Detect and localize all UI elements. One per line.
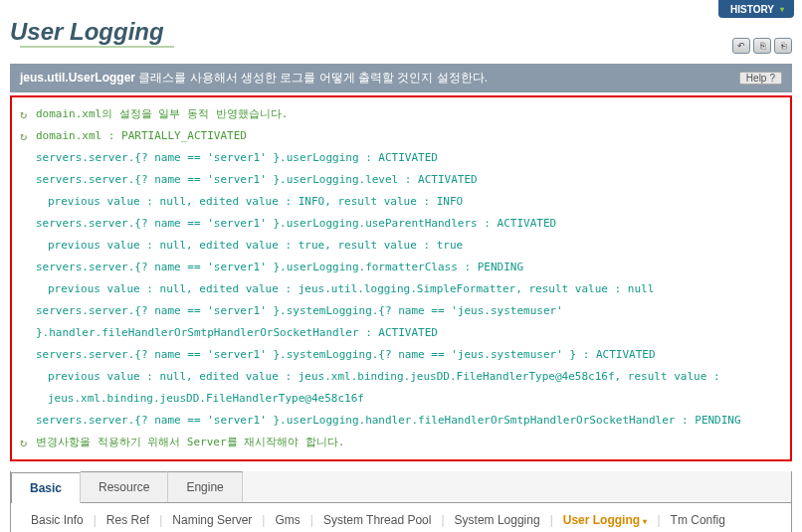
- log-line: previous value : null, edited value : je…: [48, 278, 782, 300]
- separator: |: [94, 513, 97, 527]
- page-title: User Logging: [10, 18, 174, 46]
- history-button[interactable]: HISTORY ▾: [718, 0, 794, 18]
- log-output: ↻domain.xml의 설정을 일부 동적 반영했습니다. ↻domain.x…: [10, 95, 792, 461]
- tab-basic[interactable]: Basic: [11, 472, 81, 503]
- log-line: servers.server.{? name == 'server1' }.sy…: [36, 344, 782, 366]
- subnav-res-ref[interactable]: Res Ref: [99, 513, 157, 527]
- subnav-tm-config[interactable]: Tm Config: [663, 513, 733, 527]
- log-line: servers.server.{? name == 'server1' }.us…: [36, 257, 782, 278]
- separator: |: [441, 513, 444, 527]
- log-line: previous value : null, edited value : je…: [48, 366, 782, 410]
- log-line: previous value : null, edited value : IN…: [48, 191, 782, 213]
- help-icon: ?: [769, 73, 775, 84]
- log-line: domain.xml의 설정을 일부 동적 반영했습니다.: [36, 103, 782, 125]
- desc-text: 클래스를 사용해서 생성한 로그를 어떻게 출력할 것인지 설정한다.: [135, 71, 488, 85]
- log-line: servers.server.{? name == 'server1' }.us…: [36, 410, 782, 432]
- action-icon-3[interactable]: ⎗: [774, 38, 792, 54]
- subnav-user-logging[interactable]: User Logging ▾: [555, 513, 656, 527]
- action-icon-1[interactable]: ↶: [732, 38, 750, 54]
- separator: |: [550, 513, 553, 527]
- log-line: servers.server.{? name == 'server1' }.us…: [36, 213, 782, 235]
- separator: |: [310, 513, 313, 527]
- log-line: servers.server.{? name == 'server1' }.us…: [36, 169, 782, 191]
- log-line: previous value : null, edited value : tr…: [48, 235, 782, 257]
- help-label: Help: [746, 73, 767, 84]
- log-line: servers.server.{? name == 'server1' }.sy…: [36, 300, 782, 344]
- subnav-system-logging[interactable]: System Logging: [447, 513, 548, 527]
- subnav-gms[interactable]: Gms: [267, 513, 307, 527]
- chevron-down-icon: ▾: [643, 517, 647, 526]
- tab-resource[interactable]: Resource: [81, 471, 168, 502]
- sub-nav: Basic Info| Res Ref| Naming Server| Gms|…: [11, 503, 791, 532]
- title-underline: [20, 46, 174, 48]
- log-line: servers.server.{? name == 'server1' }.us…: [36, 147, 782, 169]
- separator: |: [159, 513, 162, 527]
- log-line: 변경사항을 적용하기 위해서 Server를 재시작해야 합니다.: [36, 432, 782, 453]
- history-label: HISTORY: [730, 4, 774, 15]
- subnav-user-logging-label: User Logging: [563, 513, 640, 527]
- tab-bar: Basic Resource Engine: [11, 471, 791, 503]
- separator: |: [262, 513, 265, 527]
- subnav-system-thread-pool[interactable]: System Thread Pool: [315, 513, 440, 527]
- subnav-basic-info[interactable]: Basic Info: [23, 513, 92, 527]
- separator: |: [657, 513, 660, 527]
- log-line: domain.xml : PARTIALLY_ACTIVATED: [36, 125, 782, 147]
- chevron-down-icon: ▾: [780, 5, 784, 14]
- subnav-naming-server[interactable]: Naming Server: [164, 513, 260, 527]
- help-button[interactable]: Help ?: [739, 72, 782, 85]
- class-name: jeus.util.UserLogger: [20, 71, 135, 85]
- tab-engine[interactable]: Engine: [168, 471, 242, 502]
- refresh-icon: ↻: [20, 125, 36, 147]
- description-bar: jeus.util.UserLogger 클래스를 사용해서 생성한 로그를 어…: [10, 64, 792, 92]
- refresh-icon: ↻: [20, 432, 36, 453]
- refresh-icon: ↻: [20, 103, 36, 125]
- action-icon-2[interactable]: ⎘: [753, 38, 771, 54]
